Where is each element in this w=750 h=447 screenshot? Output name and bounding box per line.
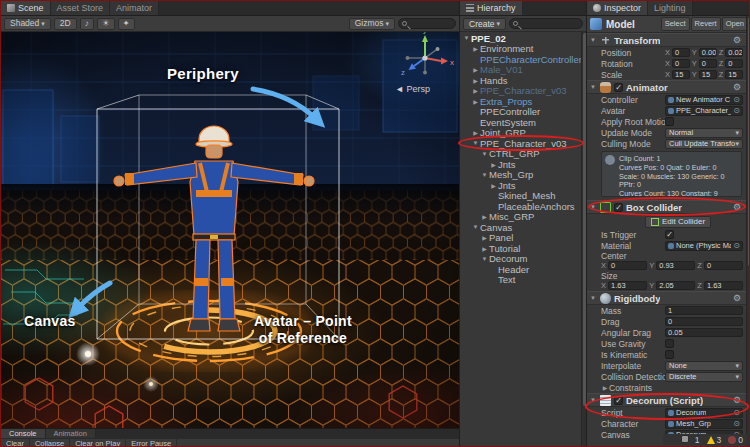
audio-toggle-icon[interactable]: ♪ xyxy=(80,18,94,30)
tab-inspector[interactable]: Inspector xyxy=(587,1,648,15)
hierarchy-item-misc-grp[interactable]: ▶Misc_GRP xyxy=(460,212,581,223)
vector-field[interactable]: 0 xyxy=(672,59,690,68)
badge-info[interactable]: 1 xyxy=(667,433,700,446)
foldout-expanded-icon[interactable]: ▼ xyxy=(480,151,489,157)
hierarchy-item-mesh-grp[interactable]: ▼Mesh_Grp xyxy=(460,170,581,181)
foldout-collapsed-icon[interactable]: ▶ xyxy=(471,45,480,52)
hierarchy-item-joint-grp[interactable]: ▶Joint_GRP xyxy=(460,128,581,139)
vector-field[interactable]: 0 xyxy=(672,48,690,57)
effects-dropdown-icon[interactable]: ✦ xyxy=(118,18,135,30)
gear-icon[interactable]: ⚙ xyxy=(733,82,744,92)
angular-drag-input[interactable]: 0.05 xyxy=(665,328,743,337)
hierarchy-item-extra-props[interactable]: ▶Extra_Props xyxy=(460,96,581,107)
hierarchy-item-hands[interactable]: ▶Hands xyxy=(460,75,581,86)
gear-icon[interactable]: ⚙ xyxy=(733,293,744,303)
revert-button[interactable]: Revert xyxy=(691,17,721,31)
object-picker-icon[interactable]: ⊙ xyxy=(733,95,740,104)
hierarchy-item-canvas[interactable]: ▼Canvas xyxy=(460,222,581,233)
update-mode-dropdown[interactable]: Normal▾ xyxy=(665,128,743,138)
vector-field[interactable]: 15 xyxy=(672,70,690,79)
create-button[interactable]: Create ▾ xyxy=(463,18,506,30)
drag-input[interactable]: 0 xyxy=(665,317,743,326)
foldout-collapsed-icon[interactable]: ▶ xyxy=(480,245,489,252)
tab-asset-store[interactable]: Asset Store xyxy=(51,1,111,15)
foldout-expanded-icon[interactable]: ▼ xyxy=(589,37,597,43)
gear-icon[interactable]: ⚙ xyxy=(733,395,744,405)
interpolate-dropdown[interactable]: None▾ xyxy=(665,361,743,371)
2d-toggle[interactable]: 2D xyxy=(54,18,77,30)
component-header-decorum-script[interactable]: ▼✓Decorum (Script)⚙ xyxy=(587,393,746,407)
foldout-collapsed-icon[interactable]: ▶ xyxy=(480,234,489,241)
scene-search-input[interactable] xyxy=(398,18,456,29)
tab-animation[interactable]: Animation xyxy=(46,429,96,438)
foldout-collapsed-icon[interactable]: ▶ xyxy=(471,129,480,136)
vector-field[interactable]: 15 xyxy=(699,70,717,79)
hierarchy-search-input[interactable] xyxy=(509,18,583,29)
gear-icon[interactable]: ⚙ xyxy=(733,202,744,212)
foldout-expanded-icon[interactable]: ▼ xyxy=(471,140,480,146)
component-enabled-checkbox[interactable]: ✓ xyxy=(614,83,623,92)
hierarchy-item-header[interactable]: Header xyxy=(460,264,581,275)
foldout-collapsed-icon[interactable]: ▶ xyxy=(471,98,480,105)
foldout-expanded-icon[interactable]: ▼ xyxy=(462,35,471,41)
select-button[interactable]: Select xyxy=(661,17,690,31)
edit-collider-button[interactable]: Edit Collider xyxy=(645,216,711,228)
object-picker-icon[interactable]: ⊙ xyxy=(733,408,740,417)
vector-field[interactable]: 0 xyxy=(725,59,743,68)
hierarchy-item-decorum[interactable]: ▼Decorum xyxy=(460,254,581,265)
gear-icon[interactable]: ⚙ xyxy=(733,35,744,45)
object-picker-icon[interactable]: ⊙ xyxy=(733,106,740,115)
is-trigger-checkbox[interactable]: ✓ xyxy=(665,230,674,239)
vector-field[interactable]: 0 xyxy=(699,59,717,68)
foldout-collapsed-icon[interactable]: ▶ xyxy=(480,213,489,220)
vector-field[interactable]: 0 xyxy=(704,261,743,270)
object-field[interactable]: PPE_Character_⊙ xyxy=(665,106,743,116)
vector-field[interactable]: 0.0214 xyxy=(725,48,743,57)
use-gravity-checkbox[interactable] xyxy=(665,339,674,348)
foldout-expanded-icon[interactable]: ▼ xyxy=(589,204,597,210)
hierarchy-item-environment[interactable]: ▶Environment xyxy=(460,44,581,55)
hierarchy-item-skined-mesh[interactable]: Skined_Mesh xyxy=(460,191,581,202)
foldout-expanded-icon[interactable]: ▼ xyxy=(480,256,489,262)
hierarchy-item-jnts[interactable]: ▶Jnts xyxy=(460,180,581,191)
component-header-transform[interactable]: ▼Transform⚙ xyxy=(587,33,746,47)
object-field[interactable]: None (Physic Mat⊙ xyxy=(665,241,743,251)
object-field[interactable]: Decorum⊙ xyxy=(665,408,743,418)
lighting-toggle-icon[interactable]: ☀ xyxy=(97,18,115,30)
foldout-collapsed-icon[interactable]: ▶ xyxy=(471,66,480,73)
component-header-rigidbody[interactable]: ▼Rigidbody⚙ xyxy=(587,291,746,305)
console-button-error-pause[interactable]: Error Pause xyxy=(126,439,177,447)
vector-field[interactable]: 0.0004 xyxy=(699,48,717,57)
foldout-collapsed-icon[interactable]: ▶ xyxy=(471,87,480,94)
foldout-collapsed-icon[interactable]: ▶ xyxy=(601,384,609,391)
foldout-expanded-icon[interactable]: ▼ xyxy=(589,84,597,90)
culling-mode-dropdown[interactable]: Cull Update Transfo▾ xyxy=(665,139,743,149)
component-enabled-checkbox[interactable]: ✓ xyxy=(614,396,623,405)
hierarchy-item-ppe-02[interactable]: ▼PPE_02 xyxy=(460,33,581,44)
hierarchy-item-ppe-character-v03[interactable]: ▶PPE_Character_v03 xyxy=(460,86,581,97)
hierarchy-item-placeableanchors[interactable]: PlaceableAnchors xyxy=(460,201,581,212)
hierarchy-item-ctrl-grp[interactable]: ▼CTRL_GRP xyxy=(460,149,581,160)
gizmos-dropdown[interactable]: Gizmos ▾ xyxy=(349,18,395,30)
vector-field[interactable]: 2.05 xyxy=(656,281,695,290)
hierarchy-item-text[interactable]: Text xyxy=(460,275,581,286)
inspector-scrollbar[interactable] xyxy=(746,16,750,446)
scene-viewport[interactable]: y x z ◄ Persp Periphery Canvas Avatar – … xyxy=(1,32,459,428)
vector-field[interactable]: 1.63 xyxy=(704,281,743,290)
component-enabled-checkbox[interactable]: ✓ xyxy=(614,203,623,212)
tab-animator[interactable]: Animator xyxy=(110,1,159,15)
console-button-clear-on-play[interactable]: Clear on Play xyxy=(70,439,126,447)
mass-input[interactable]: 1 xyxy=(665,306,743,315)
hierarchy-item-jnts[interactable]: ▶Jnts xyxy=(460,159,581,170)
tab-hierarchy[interactable]: Hierarchy xyxy=(460,1,523,15)
tab-lighting[interactable]: Lighting xyxy=(648,1,693,15)
component-header-animator[interactable]: ▼✓Animator⚙ xyxy=(587,80,746,94)
vector-field[interactable]: 1.63 xyxy=(608,281,647,290)
object-picker-icon[interactable]: ⊙ xyxy=(733,419,740,428)
vector-field[interactable]: 0 xyxy=(608,261,647,270)
foldout-expanded-icon[interactable]: ▼ xyxy=(471,224,480,230)
object-field[interactable]: Mesh_Grp⊙ xyxy=(665,419,743,429)
collision-detection-dropdown[interactable]: Discrete▾ xyxy=(665,372,743,382)
tab-console[interactable]: Console xyxy=(1,429,46,438)
foldout-collapsed-icon[interactable]: ▶ xyxy=(471,77,480,84)
